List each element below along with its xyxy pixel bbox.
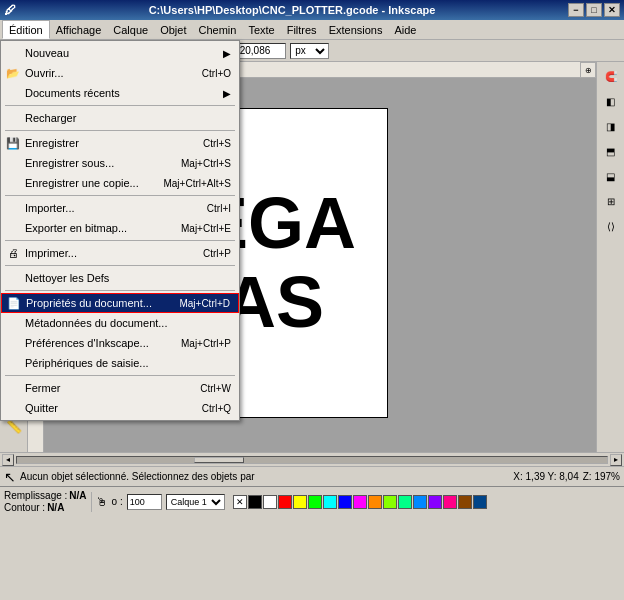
color-swatch[interactable]: [473, 495, 487, 509]
menu-item-proprietes[interactable]: 📄Propriétés du document...Maj+Ctrl+D: [1, 293, 239, 313]
status-message: Aucun objet sélectionné. Sélectionnez de…: [20, 471, 509, 482]
color-swatch[interactable]: [428, 495, 442, 509]
status-zoom: Z: 197%: [583, 471, 620, 482]
zoom-corner: ⊕: [580, 62, 596, 78]
menu-shortcut-enregistrer: Ctrl+S: [203, 138, 231, 149]
menu-label-metadonnees: Métadonnées du document...: [25, 317, 167, 329]
menu-shortcut-ouvrir: Ctrl+O: [202, 68, 231, 79]
menu-label-imprimer: Imprimer...: [25, 247, 77, 259]
menu-item-ouvrir[interactable]: 📂Ouvrir...Ctrl+O: [1, 63, 239, 83]
menu-item-extensions[interactable]: Extensions: [323, 20, 389, 39]
menu-label-exporter: Exporter en bitmap...: [25, 222, 127, 234]
maximize-button[interactable]: □: [586, 3, 602, 17]
menu-item-fermer[interactable]: FermerCtrl+W: [1, 378, 239, 398]
menu-item-preferences[interactable]: Préférences d'Inkscape...Maj+Ctrl+P: [1, 333, 239, 353]
menu-label-enregistrer_sous: Enregistrer sous...: [25, 157, 114, 169]
color-swatch[interactable]: [263, 495, 277, 509]
titlebar-icon: 🖊: [4, 3, 16, 17]
menu-item-exporter[interactable]: Exporter en bitmap...Maj+Ctrl+E: [1, 218, 239, 238]
scroll-right-btn[interactable]: ▸: [610, 454, 622, 466]
align-right[interactable]: ◨: [599, 114, 623, 138]
scroll-track[interactable]: [16, 456, 608, 464]
menu-item-dition[interactable]: Édition: [2, 20, 50, 39]
layer-select[interactable]: Calque 1: [166, 494, 225, 510]
menu-label-nettoyer: Nettoyer les Defs: [25, 272, 109, 284]
scroll-thumb[interactable]: [194, 457, 244, 463]
color-swatch[interactable]: [368, 495, 382, 509]
menu-label-documents_recents: Documents récents: [25, 87, 120, 99]
menu-item-affichage[interactable]: Affichage: [50, 20, 108, 39]
scroll-left-btn[interactable]: ◂: [2, 454, 14, 466]
menu-separator: [5, 290, 235, 291]
grid-toggle[interactable]: ⊞: [599, 189, 623, 213]
fill-value: N/A: [69, 490, 86, 501]
menu-label-ouvrir: Ouvrir...: [25, 67, 64, 79]
menu-shortcut-enregistrer_sous: Maj+Ctrl+S: [181, 158, 231, 169]
titlebar-controls: − □ ✕: [568, 3, 620, 17]
menu-item-peripheriques[interactable]: Périphériques de saisie...: [1, 353, 239, 373]
menu-icon-proprietes: 📄: [6, 295, 22, 311]
align-bottom[interactable]: ⬓: [599, 164, 623, 188]
menu-separator: [5, 105, 235, 106]
color-swatch[interactable]: [443, 495, 457, 509]
menu-shortcut-exporter: Maj+Ctrl+E: [181, 223, 231, 234]
submenu-arrow-nouveau: ▶: [223, 48, 231, 59]
color-swatch-none[interactable]: ✕: [233, 495, 247, 509]
menu-item-quitter[interactable]: QuitterCtrl+Q: [1, 398, 239, 418]
menu-label-quitter: Quitter: [25, 402, 58, 414]
fill-label: Remplissage :: [4, 490, 67, 501]
menu-item-nettoyer[interactable]: Nettoyer les Defs: [1, 268, 239, 288]
menu-item-calque[interactable]: Calque: [107, 20, 154, 39]
align-left[interactable]: ◧: [599, 89, 623, 113]
color-swatch[interactable]: [248, 495, 262, 509]
menu-label-fermer: Fermer: [25, 382, 60, 394]
menu-item-objet[interactable]: Objet: [154, 20, 192, 39]
color-swatch[interactable]: [413, 495, 427, 509]
menu-item-nouveau[interactable]: Nouveau▶: [1, 43, 239, 63]
menu-separator: [5, 195, 235, 196]
menu-item-imprimer[interactable]: 🖨Imprimer...Ctrl+P: [1, 243, 239, 263]
minimize-button[interactable]: −: [568, 3, 584, 17]
menu-label-preferences: Préférences d'Inkscape...: [25, 337, 149, 349]
menu-icon-imprimer: 🖨: [5, 245, 21, 261]
menu-item-enregistrer[interactable]: 💾EnregistrerCtrl+S: [1, 133, 239, 153]
menu-shortcut-importer: Ctrl+I: [207, 203, 231, 214]
menu-item-chemin[interactable]: Chemin: [192, 20, 242, 39]
color-swatch[interactable]: [278, 495, 292, 509]
sep-icon: [91, 492, 92, 512]
menu-item-metadonnees[interactable]: Métadonnées du document...: [1, 313, 239, 333]
file-menu-dropdown: Nouveau▶📂Ouvrir...Ctrl+ODocuments récent…: [0, 40, 240, 421]
menu-item-enregistrer_copie[interactable]: Enregistrer une copie...Maj+Ctrl+Alt+S: [1, 173, 239, 193]
color-swatch[interactable]: [323, 495, 337, 509]
snap-toggle[interactable]: 🧲: [599, 64, 623, 88]
opacity-input[interactable]: [127, 494, 162, 510]
color-swatch[interactable]: [293, 495, 307, 509]
h-scrollbar: ◂ ▸: [0, 452, 624, 466]
menu-item-enregistrer_sous[interactable]: Enregistrer sous...Maj+Ctrl+S: [1, 153, 239, 173]
menu-item-documents_recents[interactable]: Documents récents▶: [1, 83, 239, 103]
xml-editor[interactable]: ⟨⟩: [599, 214, 623, 238]
menu-shortcut-proprietes: Maj+Ctrl+D: [179, 298, 230, 309]
menu-item-filtres[interactable]: Filtres: [281, 20, 323, 39]
align-top[interactable]: ⬒: [599, 139, 623, 163]
menu-icon-ouvrir: 📂: [5, 65, 21, 81]
cursor-icon: ↖: [4, 469, 16, 485]
submenu-arrow-documents_recents: ▶: [223, 88, 231, 99]
menu-item-texte[interactable]: Texte: [242, 20, 280, 39]
color-swatch[interactable]: [458, 495, 472, 509]
color-swatch[interactable]: [383, 495, 397, 509]
menu-shortcut-imprimer: Ctrl+P: [203, 248, 231, 259]
close-button[interactable]: ✕: [604, 3, 620, 17]
color-swatch[interactable]: [353, 495, 367, 509]
titlebar-title: C:\Users\HP\Desktop\CNC_PLOTTER.gcode - …: [149, 4, 436, 16]
color-swatch[interactable]: [338, 495, 352, 509]
color-swatch[interactable]: [308, 495, 322, 509]
unit-select[interactable]: px mm cm: [290, 43, 329, 59]
menu-label-enregistrer_copie: Enregistrer une copie...: [25, 177, 139, 189]
color-swatch[interactable]: [398, 495, 412, 509]
menu-item-recharger[interactable]: Recharger: [1, 108, 239, 128]
color-palette: ✕: [233, 495, 487, 509]
menu-label-proprietes: Propriétés du document...: [26, 297, 152, 309]
menu-item-aide[interactable]: Aide: [388, 20, 422, 39]
menu-item-importer[interactable]: Importer...Ctrl+I: [1, 198, 239, 218]
